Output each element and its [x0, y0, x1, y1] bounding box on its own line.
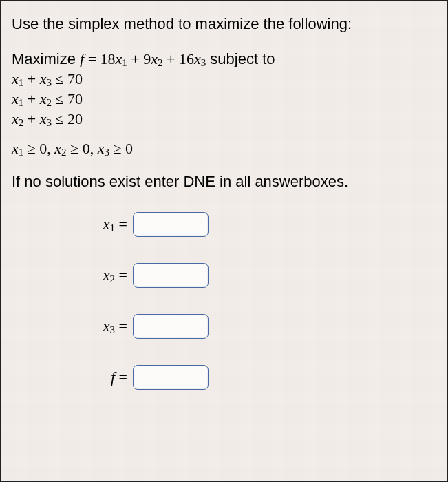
objective-expression: 18x1 + 9x2 + 16x3 [100, 50, 206, 67]
question-intro: Use the simplex method to maximize the f… [12, 14, 436, 34]
constraint-3: x2 + x3 ≤ 20 [12, 109, 436, 129]
dne-instruction: If no solutions exist enter DNE in all a… [12, 172, 436, 192]
answer-input-x1[interactable] [133, 212, 209, 237]
answer-label-f: f = [87, 368, 133, 386]
constraint-2: x1 + x2 ≤ 70 [12, 90, 436, 109]
answer-input-x3[interactable] [133, 314, 209, 339]
answer-row-x2: x2 = [87, 263, 436, 288]
constraint-1: x1 + x3 ≤ 70 [12, 70, 436, 90]
answer-input-x2[interactable] [133, 263, 209, 288]
answer-row-f: f = [87, 365, 436, 390]
nonnegativity: x1 ≥ 0, x2 ≥ 0, x3 ≥ 0 [12, 139, 436, 159]
answer-label-x2: x2 = [87, 266, 133, 285]
answer-row-x3: x3 = [87, 314, 436, 339]
answer-label-x3: x3 = [87, 317, 133, 336]
answer-label-x1: x1 = [87, 216, 133, 234]
answer-row-x1: x1 = [87, 212, 436, 237]
objective-line: Maximize f = 18x1 + 9x2 + 16x3 subject t… [12, 50, 436, 70]
problem-statement: Maximize f = 18x1 + 9x2 + 16x3 subject t… [12, 50, 436, 160]
answer-input-f[interactable] [133, 365, 209, 390]
answers-section: x1 = x2 = x3 = f = [12, 212, 436, 390]
